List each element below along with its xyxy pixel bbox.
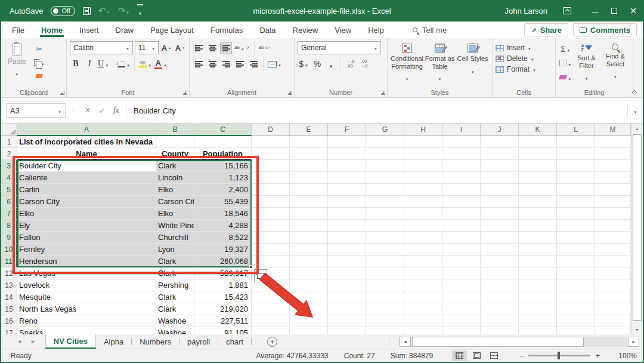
column-header-C[interactable]: C [194,124,252,136]
cell-I10[interactable] [442,244,481,256]
cell-M14[interactable] [595,291,631,303]
tab-home[interactable]: Home [33,21,71,38]
cell-M2[interactable] [595,148,631,160]
status-average[interactable]: Average: 42764.33333 [256,352,329,360]
row-header-4[interactable]: 4 [1,172,17,184]
cell-C3[interactable]: 15,166 [194,160,252,172]
row-header-11[interactable]: 11 [1,256,17,267]
middle-align-button[interactable] [206,42,218,54]
cell-E8[interactable] [290,220,328,232]
delete-cells-button[interactable]: Delete [496,54,552,63]
column-header-L[interactable]: L [557,124,595,136]
cell-F1[interactable] [328,136,366,148]
cell-L15[interactable] [557,303,595,315]
format-cells-button[interactable]: Format [496,65,552,73]
horizontal-scrollbar[interactable] [400,337,639,347]
cell-L10[interactable] [557,244,595,256]
cell-I14[interactable] [442,291,481,303]
status-count[interactable]: Count: 27 [344,352,375,360]
cell-M7[interactable] [595,208,631,220]
cell-A8[interactable]: Ely [17,220,156,232]
customize-quick-access-toolbar-button[interactable] [137,4,143,17]
cell-A10[interactable]: Fernley [17,244,156,256]
font-name-select[interactable]: Calibri [70,41,133,54]
cell-G17[interactable] [366,327,404,334]
cell-B8[interactable]: White Pine [156,220,194,232]
cell-G3[interactable] [366,160,404,172]
cell-B3[interactable]: Clark [156,160,194,172]
decrease-font-size-button[interactable]: A [174,42,186,54]
cell-L9[interactable] [557,232,595,244]
cell-J14[interactable] [481,291,519,303]
cell-E3[interactable] [290,160,328,172]
cell-D15[interactable] [252,303,290,315]
scroll-up-button[interactable] [631,124,643,133]
cell-L17[interactable] [557,327,595,334]
cell-G14[interactable] [366,291,404,303]
insert-function-button[interactable]: fx [109,103,123,118]
cell-I12[interactable] [442,267,481,279]
cell-D10[interactable] [252,244,290,256]
borders-button[interactable] [117,58,131,70]
column-header-M[interactable]: M [595,124,631,136]
ribbon-display-options-icon[interactable] [563,7,571,14]
row-header-9[interactable]: 9 [1,232,17,244]
cell-M16[interactable] [595,315,631,327]
cell-D5[interactable] [252,184,290,196]
increase-font-size-button[interactable]: A [160,42,172,54]
cell-F15[interactable] [328,303,366,315]
row-header-16[interactable]: 16 [1,315,17,327]
cell-L8[interactable] [557,220,595,232]
cell-F9[interactable] [328,232,366,244]
cancel-entry-button[interactable] [80,103,95,118]
drag-handle-icon[interactable]: ⋮ [70,107,76,115]
cell-G16[interactable] [366,315,404,327]
column-header-A[interactable]: A [17,124,156,136]
cell-D11[interactable] [252,256,290,267]
row-header-15[interactable]: 15 [1,303,17,315]
cell-C10[interactable]: 19,327 [194,244,252,256]
percent-style-button[interactable]: % [311,58,323,70]
cell-C16[interactable]: 227,511 [194,315,252,327]
tab-formulas[interactable]: Formulas [202,21,251,38]
cell-A14[interactable]: Mesquite [17,291,156,303]
conditional-formatting-button[interactable]: Conditional Formatting [391,41,423,87]
decrease-indent-button[interactable] [234,58,246,70]
cell-A4[interactable]: Caliente [17,172,156,184]
cell-C12[interactable]: 589,317 [194,267,252,279]
cell-M1[interactable] [595,136,631,148]
row-header-7[interactable]: 7 [1,208,17,220]
bold-button[interactable]: B [70,58,82,70]
cell-G11[interactable] [366,256,404,267]
cell-A1[interactable]: List of incorporated cities in Nevada [17,136,156,148]
autosave-toggle[interactable]: Off [51,6,75,16]
row-header-12[interactable]: 12 [1,267,17,279]
cell-M9[interactable] [595,232,631,244]
cell-C13[interactable]: 1,881 [194,279,252,291]
column-header-D[interactable]: D [252,124,290,136]
cell-F12[interactable] [328,267,366,279]
cell-K14[interactable] [519,291,557,303]
cell-J13[interactable] [481,279,519,291]
top-align-button[interactable] [193,42,205,54]
align-center-button[interactable] [206,58,218,70]
vertical-scrollbar[interactable] [631,124,643,334]
cell-H10[interactable] [404,244,442,256]
cell-I1[interactable] [442,136,481,148]
cell-K5[interactable] [519,184,557,196]
cell-B10[interactable]: Lyon [156,244,194,256]
cell-B4[interactable]: Lincoln [156,172,194,184]
cell-G13[interactable] [366,279,404,291]
cell-F4[interactable] [328,172,366,184]
font-size-select[interactable]: 11 [135,41,159,54]
align-right-button[interactable] [220,58,232,70]
cell-D16[interactable] [252,315,290,327]
cell-H4[interactable] [404,172,442,184]
cell-K17[interactable] [519,327,557,334]
status-sum[interactable]: Sum: 384879 [391,352,433,360]
cell-M8[interactable] [595,220,631,232]
undo-button[interactable] [98,5,110,16]
cell-A9[interactable]: Fallon [17,232,156,244]
copy-button[interactable] [33,56,45,69]
cell-B14[interactable]: Clark [156,291,194,303]
